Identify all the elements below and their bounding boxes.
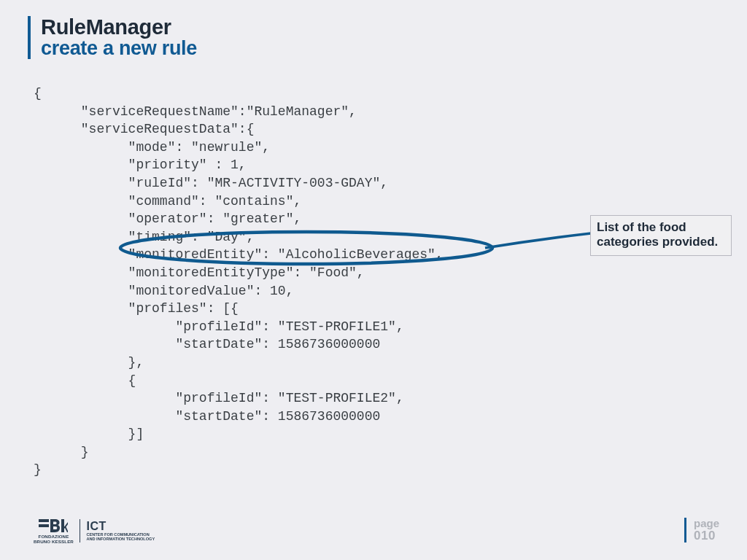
ict-main-text: ICT xyxy=(86,521,155,532)
fbk-text-line2: BRUNO KESSLER xyxy=(34,540,74,545)
footer: FONDAZIONE BRUNO KESSLER ICT CENTER FOR … xyxy=(34,509,719,544)
title-main: RuleManager xyxy=(41,16,197,38)
fbk-mark-icon xyxy=(39,518,68,534)
svg-rect-1 xyxy=(39,519,49,522)
fbk-logo: FONDAZIONE BRUNO KESSLER xyxy=(34,518,74,544)
page-number: 010 xyxy=(694,529,719,542)
annotation-callout: List of the food categories provided. xyxy=(590,215,732,256)
logo-separator xyxy=(80,519,81,542)
title-block: RuleManager create a new rule xyxy=(28,16,197,59)
title-sub: create a new rule xyxy=(41,38,197,58)
svg-rect-2 xyxy=(39,524,49,527)
code-block: { "serviceRequestName":"RuleManager", "s… xyxy=(34,85,444,479)
fbk-text: FONDAZIONE BRUNO KESSLER xyxy=(34,534,74,544)
slide: RuleManager create a new rule { "service… xyxy=(0,0,747,560)
ict-sub-line2: AND INFORMATION TECHNOLOGY xyxy=(86,537,155,541)
connector-line-icon xyxy=(481,226,598,255)
brand-logo: FONDAZIONE BRUNO KESSLER ICT CENTER FOR … xyxy=(34,518,155,544)
ict-logo: ICT CENTER FOR COMMUNICATION AND INFORMA… xyxy=(86,521,155,541)
page-indicator: page 010 xyxy=(684,518,719,542)
page-label: page xyxy=(694,518,719,529)
